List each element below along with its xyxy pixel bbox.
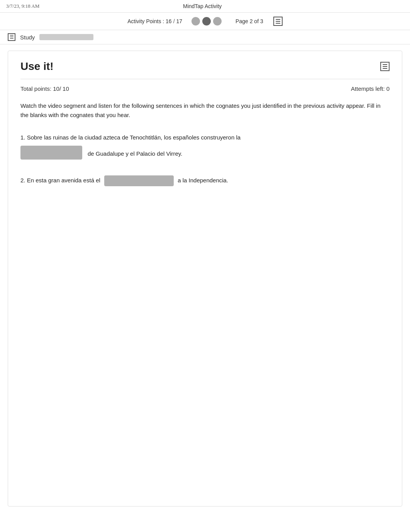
top-bar: 3/7/23, 9:18 AM MindTap Activity <box>0 0 410 13</box>
app-title: MindTap Activity <box>183 3 222 9</box>
question-2-prefix: En esta gran avenida está el <box>27 177 100 184</box>
points-row: Total points: 10/ 10 Attempts left: 0 <box>20 79 390 92</box>
total-points-label: Total points: 10/ <box>20 85 61 92</box>
question-2: 2. En esta gran avenida está el a la Ind… <box>20 175 390 186</box>
activity-points-label: Activity Points : 16 <box>127 18 171 24</box>
question-2-number: 2. <box>20 177 25 184</box>
study-label: Study <box>20 34 35 41</box>
question-2-answer-box[interactable] <box>104 175 174 186</box>
question-1-prefix: Sobre las ruinas de la ciudad azteca de … <box>27 134 241 141</box>
blurred-nav-text <box>39 34 93 40</box>
header-row: Activity Points : 16 / 17 Page 2 of 3 ☰ <box>0 13 410 30</box>
activity-points: Activity Points : 16 / 17 <box>127 18 182 24</box>
main-content: Use it! ☰ Total points: 10/ 10 Attempts … <box>8 51 402 507</box>
question-1: 1. Sobre las ruinas de la ciudad azteca … <box>20 132 390 160</box>
total-points: Total points: 10/ 10 <box>20 85 69 92</box>
page-info: Page 2 of 3 <box>235 18 263 24</box>
question-1-suffix: de Guadalupe y el Palacio del Virrey. <box>88 150 182 157</box>
question-2-suffix: a la Independencia. <box>178 177 228 184</box>
question-1-answer-box[interactable] <box>20 146 82 160</box>
header-corner-icon[interactable]: ☰ <box>273 17 283 26</box>
nav-icon[interactable]: ☰ <box>8 33 15 41</box>
instructions-text: Watch the video segment and listen for t… <box>20 101 390 120</box>
datetime: 3/7/23, 9:18 AM <box>6 3 39 9</box>
question-1-number: 1. <box>20 134 25 141</box>
section-corner-icon[interactable]: ☰ <box>380 62 390 71</box>
points-slash: / <box>173 18 175 24</box>
circle-icon-2 <box>202 17 211 25</box>
total-points-value: 10 <box>63 85 69 92</box>
circle-icon-1 <box>191 17 200 25</box>
attempts-left-value: 0 <box>386 85 390 92</box>
icon-circles <box>191 17 222 25</box>
question-1-text: 1. Sobre las ruinas de la ciudad azteca … <box>20 132 390 143</box>
nav-bar: ☰ Study <box>0 30 410 44</box>
circle-icon-3 <box>213 17 222 25</box>
points-total: 17 <box>176 18 183 24</box>
attempts-left-label: Attempts left: <box>351 85 385 92</box>
section-title: Use it! <box>20 60 54 73</box>
section-header: Use it! ☰ <box>20 60 390 73</box>
attempts-left: Attempts left: 0 <box>351 85 390 92</box>
question-2-text: 2. En esta gran avenida está el a la Ind… <box>20 175 390 186</box>
question-1-answer-row: de Guadalupe y el Palacio del Virrey. <box>20 146 390 160</box>
